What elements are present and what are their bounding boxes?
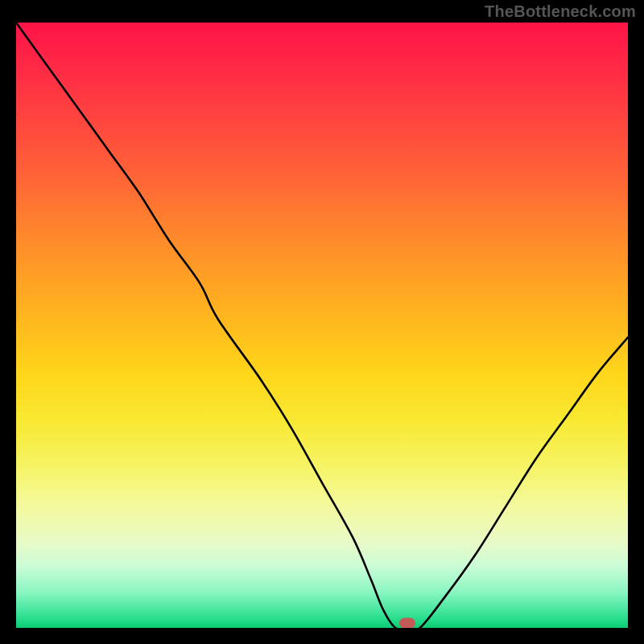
bottleneck-curve [16, 23, 628, 628]
plot-area [16, 23, 628, 628]
optimum-marker [399, 617, 415, 628]
plot-frame [16, 23, 628, 628]
chart-container: TheBottleneck.com [0, 0, 644, 644]
watermark-text: TheBottleneck.com [485, 2, 636, 21]
